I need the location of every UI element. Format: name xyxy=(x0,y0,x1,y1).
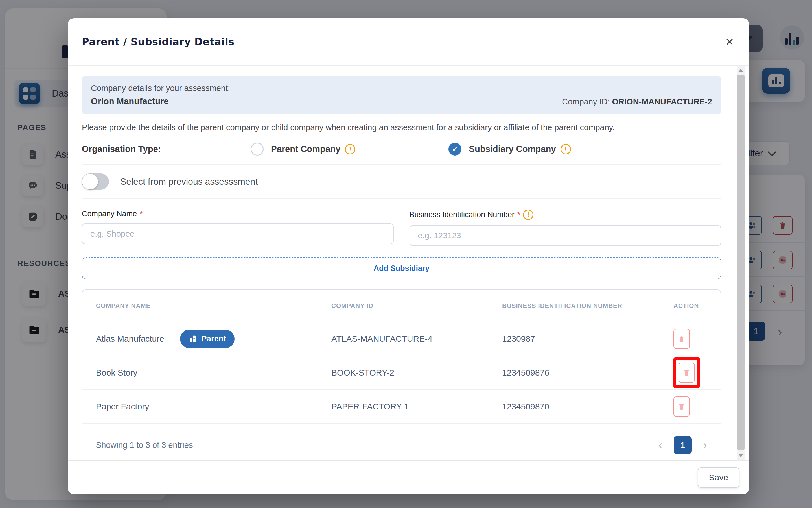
save-button[interactable]: Save xyxy=(698,467,739,488)
scroll-up-icon[interactable] xyxy=(737,66,745,75)
company-id-cell: ATLAS-MANUFACTURE-4 xyxy=(331,334,502,344)
table-header-row: COMPANY NAME COMPANY ID BUSINESS IDENTIF… xyxy=(82,290,721,322)
company-name-cell: Paper Factory xyxy=(96,402,331,412)
previous-assessment-row: Select from previous assesssment xyxy=(82,164,721,199)
company-info-left: Company details for your assessment: Ori… xyxy=(91,84,230,107)
company-id-label: Company ID: xyxy=(562,97,612,106)
action-cell xyxy=(673,357,707,388)
required-asterisk: * xyxy=(140,210,143,218)
previous-assessment-toggle[interactable] xyxy=(82,173,109,190)
organisation-type-row: Organisation Type: Parent Company ! ✓ Su… xyxy=(82,141,721,157)
parent-subsidiary-modal: Parent / Subsidiary Details × Company de… xyxy=(68,18,749,494)
scroll-down-icon[interactable] xyxy=(737,451,745,460)
close-icon[interactable]: × xyxy=(724,35,735,49)
badge-label: Parent xyxy=(201,334,226,343)
entries-summary: Showing 1 to 3 of 3 entries xyxy=(96,440,193,450)
col-action: ACTION xyxy=(673,302,707,309)
company-name-field-group: Company Name* xyxy=(82,210,394,246)
radio-subsidiary-company[interactable]: ✓ Subsidiary Company ! xyxy=(448,142,571,156)
bin-cell: 1234509876 xyxy=(502,368,673,378)
delete-row-button[interactable] xyxy=(673,396,690,417)
company-id-cell: BOOK-STORY-2 xyxy=(331,368,502,378)
modal-description: Please provide the details of the parent… xyxy=(82,123,721,132)
field-label-text: Business Identification Number xyxy=(410,210,514,219)
building-icon xyxy=(188,335,197,343)
col-company-id: COMPANY ID xyxy=(331,302,502,309)
warning-icon[interactable]: ! xyxy=(345,144,355,155)
pagination-prev-icon[interactable]: ‹ xyxy=(659,439,663,451)
app-root: Dashb PAGES Asses Suppo Docu xyxy=(0,0,812,508)
company-name-text: Book Story xyxy=(96,368,137,378)
modal-header: Parent / Subsidiary Details × xyxy=(68,18,749,66)
table-row: Paper Factory PAPER-FACTORY-1 1234509870 xyxy=(82,389,721,423)
pagination-next-icon[interactable]: › xyxy=(703,439,707,451)
company-name-text: Atlas Manufacture xyxy=(96,334,164,344)
radio-label: Parent Company xyxy=(271,144,341,154)
warning-icon[interactable]: ! xyxy=(560,144,571,155)
col-bin: BUSINESS IDENTIFICATION NUMBER xyxy=(502,302,673,309)
click-highlight-annotation xyxy=(673,357,700,388)
company-info-caption: Company details for your assessment: xyxy=(91,84,230,93)
radio-checked-icon[interactable]: ✓ xyxy=(448,142,461,156)
subsidiaries-table: COMPANY NAME COMPANY ID BUSINESS IDENTIF… xyxy=(82,289,721,460)
radio-unchecked-icon[interactable] xyxy=(251,142,264,156)
table-footer: Showing 1 to 3 of 3 entries ‹ 1 › xyxy=(82,423,721,460)
company-name-input[interactable] xyxy=(82,223,394,244)
toggle-label: Select from previous assesssment xyxy=(120,176,258,187)
company-name-value: Orion Manufacture xyxy=(91,96,230,107)
warning-icon[interactable]: ! xyxy=(523,210,533,220)
table-row: Atlas Manufacture Parent ATLAS-MANUFACTU… xyxy=(82,322,721,355)
radio-parent-company[interactable]: Parent Company ! xyxy=(251,142,355,156)
modal-footer: Save xyxy=(68,460,749,494)
radio-label: Subsidiary Company xyxy=(469,144,556,154)
company-id: Company ID: ORION-MANUFACTURE-2 xyxy=(562,97,712,107)
trash-icon xyxy=(677,403,686,411)
modal-title: Parent / Subsidiary Details xyxy=(82,36,234,47)
toggle-knob[interactable] xyxy=(82,174,98,189)
pagination-page-1[interactable]: 1 xyxy=(674,436,692,454)
bin-cell: 1234509870 xyxy=(502,402,673,412)
modal-scrollbar[interactable] xyxy=(737,66,745,460)
bin-field-group: Business Identification Number* ! xyxy=(410,210,721,246)
pagination: ‹ 1 › xyxy=(659,436,707,454)
bin-cell: 1230987 xyxy=(502,334,673,344)
delete-row-button[interactable] xyxy=(673,329,690,349)
organisation-type-label: Organisation Type: xyxy=(82,144,251,154)
delete-row-button[interactable] xyxy=(678,363,695,383)
company-name-cell: Atlas Manufacture Parent xyxy=(96,330,331,348)
company-id-cell: PAPER-FACTORY-1 xyxy=(331,402,502,412)
scrollbar-thumb[interactable] xyxy=(737,75,745,450)
action-cell xyxy=(673,329,707,349)
form-fields-row: Company Name* Business Identification Nu… xyxy=(82,210,721,246)
company-name-label: Company Name* xyxy=(82,210,394,218)
trash-icon xyxy=(677,335,686,343)
action-cell xyxy=(673,396,707,417)
parent-badge[interactable]: Parent xyxy=(180,330,234,348)
col-company-name: COMPANY NAME xyxy=(96,302,331,309)
modal-body: Company details for your assessment: Ori… xyxy=(68,66,749,460)
add-subsidiary-button[interactable]: Add Subsidiary xyxy=(82,257,721,279)
bin-label: Business Identification Number* ! xyxy=(410,210,721,220)
company-id-value: ORION-MANUFACTURE-2 xyxy=(612,97,712,106)
field-label-text: Company Name xyxy=(82,210,137,218)
bin-input[interactable] xyxy=(410,225,721,246)
table-row: Book Story BOOK-STORY-2 1234509876 xyxy=(82,355,721,389)
company-name-cell: Book Story xyxy=(96,368,331,378)
trash-icon xyxy=(682,369,691,377)
company-info-box: Company details for your assessment: Ori… xyxy=(82,76,721,114)
required-asterisk: * xyxy=(517,210,521,219)
company-name-text: Paper Factory xyxy=(96,402,149,412)
